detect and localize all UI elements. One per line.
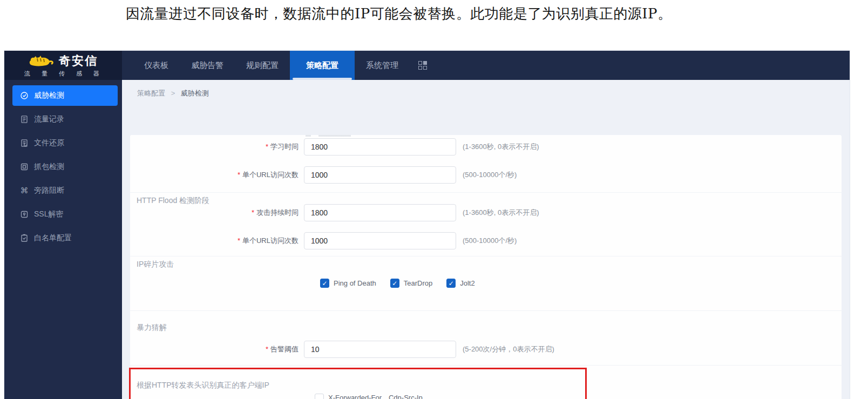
ssl-decrypt-icon	[20, 210, 29, 219]
app-window: 奇安信 流 量 传 感 器 仪表板 威胁告警 规则配置 策略配置 系统管理 威胁…	[4, 51, 850, 399]
brand-title: 奇安信	[59, 53, 98, 69]
section-divider	[130, 310, 842, 311]
sidebar-item-label: 文件还原	[34, 138, 64, 148]
field-label: 攻击持续时间	[130, 208, 304, 218]
sidebar-item-traffic-record[interactable]: 流量记录	[12, 109, 118, 130]
form-row-learning-time: 学习时间 (1-3600秒, 0表示不开启)	[130, 138, 842, 155]
required-asterisk	[266, 345, 270, 353]
sidebar-item-bypass-block[interactable]: ⌘ 旁路阻断	[12, 180, 118, 201]
section-heading-xff: 根据HTTP转发表头识别真正的客户端IP	[137, 381, 269, 390]
grid-apps-icon[interactable]	[418, 61, 427, 70]
section-divider	[130, 192, 842, 193]
required-asterisk	[252, 208, 256, 217]
field-label: 学习时间	[130, 142, 304, 152]
nav-tabs: 仪表板 威胁告警 规则配置 策略配置 系统管理	[133, 51, 427, 80]
tab-system-admin[interactable]: 系统管理	[355, 51, 410, 80]
sidebar-item-label: 抓包检测	[34, 162, 64, 172]
form-panel: 学习时间 (1-3600秒, 0表示不开启) 单个URL访问次数 (500-10…	[130, 135, 842, 399]
ip-fragment-checkbox-row: Ping of Death TearDrop Jolt2	[320, 279, 485, 288]
checkbox-label: Ping of Death	[334, 279, 376, 287]
tiger-logo-icon	[29, 53, 57, 69]
sidebar-item-label: SSL解密	[34, 209, 63, 219]
breadcrumb-root[interactable]: 策略配置	[137, 89, 165, 97]
checkbox-group-ping-of-death: Ping of Death	[320, 279, 376, 288]
xff-checkbox-row: X-Forwarded-For、Cdn-Src-Ip	[315, 393, 432, 399]
url-visits-input[interactable]	[304, 166, 456, 184]
field-hint: (1-3600秒, 0表示不开启)	[463, 208, 539, 218]
breadcrumb-separator: >	[171, 89, 175, 97]
traffic-record-icon	[20, 115, 29, 124]
field-label: 单个URL访问次数	[130, 170, 304, 180]
checkbox-group-teardrop: TearDrop	[390, 279, 432, 288]
sidebar-item-ssl-decrypt[interactable]: SSL解密	[12, 204, 118, 225]
breadcrumb: 策略配置 > 威胁检测	[122, 80, 850, 98]
top-navbar: 奇安信 流 量 传 感 器 仪表板 威胁告警 规则配置 策略配置 系统管理	[4, 51, 850, 80]
checkbox-label: X-Forwarded-For、Cdn-Src-Ip	[328, 393, 423, 399]
brand-logo: 奇安信 流 量 传 感 器	[4, 51, 122, 80]
field-label: 告警阈值	[130, 344, 304, 354]
form-row-attack-duration: 攻击持续时间 (1-3600秒, 0表示不开启)	[130, 204, 842, 221]
form-row-alert-threshold: 告警阈值 (5-200次/分钟，0表示不开启)	[130, 341, 842, 358]
tab-rule-config[interactable]: 规则配置	[235, 51, 290, 80]
attack-duration-input[interactable]	[304, 204, 456, 221]
field-hint: (500-10000个/秒)	[463, 236, 517, 246]
clipped-form-row-remnant	[306, 135, 370, 137]
jolt2-checkbox[interactable]	[446, 279, 456, 288]
sidebar-item-whitelist-config[interactable]: 白名单配置	[12, 228, 118, 248]
learning-time-input[interactable]	[304, 138, 456, 155]
url-visits-flood-input[interactable]	[304, 232, 456, 249]
field-hint: (500-10000个/秒)	[463, 170, 517, 180]
sidebar-item-file-restore[interactable]: 文件还原	[12, 133, 118, 153]
tab-dashboard[interactable]: 仪表板	[133, 51, 180, 80]
form-row-url-visits: 单个URL访问次数 (500-10000个/秒)	[130, 166, 842, 184]
sidebar-item-label: 流量记录	[34, 114, 64, 124]
page-annotation-note: 因流量进过不同设备时，数据流中的IP可能会被替换。此功能是了为识别真正的源IP。	[126, 4, 720, 23]
tab-threat-alerts[interactable]: 威胁告警	[180, 51, 235, 80]
sidebar-item-label: 旁路阻断	[34, 186, 64, 195]
tab-policy-config-label: 策略配置	[306, 60, 338, 71]
required-asterisk	[266, 143, 270, 151]
checkbox-label: TearDrop	[404, 279, 432, 287]
required-asterisk	[238, 171, 242, 179]
checkbox-group-xff: X-Forwarded-For、Cdn-Src-Ip	[315, 393, 423, 399]
required-asterisk	[238, 236, 242, 245]
section-divider	[130, 256, 842, 256]
section-heading-ip-fragment: IP碎片攻击	[137, 260, 174, 269]
content-area: 策略配置 > 威胁检测 学习时间 (1-3600秒, 0表示不开启) 单个URL…	[122, 80, 850, 399]
section-heading-brute-force: 暴力猜解	[137, 323, 167, 333]
section-divider	[130, 365, 842, 366]
breadcrumb-current: 威胁检测	[181, 89, 209, 97]
packet-capture-icon	[20, 163, 29, 171]
field-label: 单个URL访问次数	[130, 236, 304, 246]
threat-detection-icon	[20, 91, 29, 100]
field-hint: (5-200次/分钟，0表示不开启)	[463, 344, 554, 354]
sidebar-item-label: 威胁检测	[34, 91, 64, 100]
checkbox-group-jolt2: Jolt2	[446, 279, 474, 288]
whitelist-config-icon	[20, 234, 29, 242]
tab-policy-config[interactable]: 策略配置	[290, 51, 355, 80]
file-restore-icon	[20, 139, 29, 147]
teardrop-checkbox[interactable]	[390, 279, 399, 288]
bypass-block-icon: ⌘	[20, 186, 29, 195]
form-row-url-visits-flood: 单个URL访问次数 (500-10000个/秒)	[130, 232, 842, 249]
x-forwarded-for-checkbox[interactable]	[315, 394, 324, 399]
ping-of-death-checkbox[interactable]	[320, 279, 329, 288]
sidebar: 威胁检测 流量记录 文件还原 抓包检测 ⌘ 旁路阻断	[4, 80, 122, 399]
sidebar-item-packet-capture[interactable]: 抓包检测	[12, 157, 118, 177]
sidebar-item-label: 白名单配置	[34, 233, 72, 243]
brand-subtitle: 流 量 传 感 器	[22, 70, 104, 78]
field-hint: (1-3600秒, 0表示不开启)	[463, 142, 539, 152]
sidebar-item-threat-detection[interactable]: 威胁检测	[12, 85, 118, 106]
alert-threshold-input[interactable]	[304, 341, 456, 358]
checkbox-label: Jolt2	[460, 279, 474, 287]
